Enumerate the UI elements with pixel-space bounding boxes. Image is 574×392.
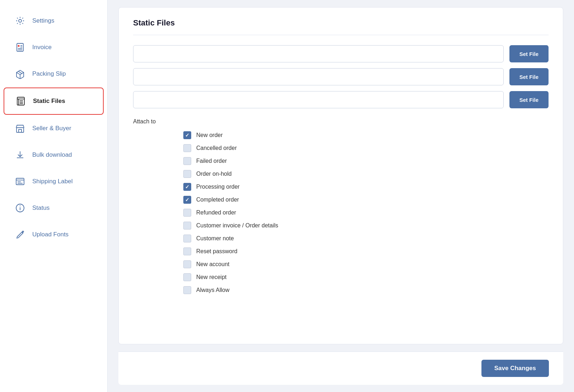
svg-rect-17 [16,178,24,185]
gear-icon [14,14,27,27]
checkbox-reset-password[interactable] [183,247,191,255]
sidebar-item-packing-slip[interactable]: Packing Slip [4,61,104,87]
checkbox-row-processing-order: Processing order [183,183,549,191]
file-input-3[interactable] [133,91,504,108]
svg-line-8 [18,71,22,74]
download-icon [14,148,27,161]
checkbox-label-failed-order: Failed order [196,158,227,164]
checkbox-row-customer-invoice: Customer invoice / Order details [183,222,549,230]
checkbox-row-new-order: New order [183,131,549,139]
checkbox-row-refunded-order: Refunded order [183,209,549,217]
sidebar-item-label-upload-fonts: Upload Fonts [32,231,69,238]
footer-bar: Save Changes [118,351,563,385]
checkbox-label-order-on-hold: Order on-hold [196,171,232,177]
set-file-button-1[interactable]: Set File [509,45,549,62]
checkbox-cancelled-order[interactable] [183,144,191,152]
sidebar-item-bulk-download[interactable]: Bulk download [4,142,104,168]
sidebar-item-label-seller-buyer: Seller & Buyer [32,125,71,132]
checkbox-label-new-receipt: New receipt [196,274,226,280]
checkbox-new-receipt[interactable] [183,273,191,281]
set-file-button-2[interactable]: Set File [509,68,549,85]
pen-icon [14,228,27,241]
checkbox-label-customer-note: Customer note [196,235,234,242]
checkbox-row-customer-note: Customer note [183,235,549,242]
sidebar-item-label-static-files: Static Files [33,98,65,105]
file-row-1: Set File [133,45,549,62]
file-input-1[interactable] [133,45,504,62]
sidebar-item-seller-buyer[interactable]: Seller & Buyer [4,115,104,141]
checkbox-processing-order[interactable] [183,183,191,191]
content-card: Static Files Set File Set File Set File … [118,7,563,344]
sidebar-item-label-settings: Settings [32,17,54,24]
checkbox-row-failed-order: Failed order [183,157,549,165]
checkbox-label-processing-order: Processing order [196,184,240,190]
checkbox-label-completed-order: Completed order [196,197,239,203]
sidebar-item-invoice[interactable]: Invoice [4,34,104,60]
file-input-2[interactable] [133,68,504,85]
checkbox-order-on-hold[interactable] [183,170,191,178]
sidebar-item-static-files[interactable]: Static Files [4,88,104,115]
checkbox-customer-invoice[interactable] [183,222,191,230]
svg-point-2 [18,45,20,47]
svg-rect-16 [19,129,22,132]
checkbox-label-refunded-order: Refunded order [196,209,236,216]
checkboxes-container: New orderCancelled orderFailed orderOrde… [133,131,549,294]
checkbox-row-order-on-hold: Order on-hold [183,170,549,178]
checkbox-label-new-account: New account [196,261,230,268]
sidebar-item-label-status: Status [32,204,50,212]
checkbox-completed-order[interactable] [183,196,191,204]
sidebar-item-label-shipping-label: Shipping Label [32,178,72,185]
info-icon [14,202,27,214]
checkbox-row-cancelled-order: Cancelled order [183,144,549,152]
checkbox-row-completed-order: Completed order [183,196,549,204]
checkbox-row-reset-password: Reset password [183,247,549,255]
svg-rect-15 [17,128,24,132]
checkbox-label-reset-password: Reset password [196,248,237,255]
sidebar-item-settings[interactable]: Settings [4,8,104,34]
checkbox-label-customer-invoice: Customer invoice / Order details [196,222,278,229]
svg-point-23 [20,206,20,206]
page-title: Static Files [133,18,549,35]
checkbox-new-order[interactable] [183,131,191,139]
main-content: Static Files Set File Set File Set File … [108,0,574,392]
sidebar-item-shipping-label[interactable]: Shipping Label [4,169,104,194]
checkbox-customer-note[interactable] [183,235,191,242]
checkbox-new-account[interactable] [183,260,191,268]
checkbox-failed-order[interactable] [183,157,191,165]
label-icon [14,175,27,188]
doc-icon [14,95,27,108]
save-changes-button[interactable]: Save Changes [481,360,549,377]
checkbox-refunded-order[interactable] [183,209,191,217]
box-icon [14,67,27,80]
sidebar-item-label-bulk-download: Bulk download [32,151,72,159]
store-icon [14,122,27,135]
sidebar-item-label-invoice: Invoice [32,44,52,51]
sidebar-item-label-packing-slip: Packing Slip [32,70,66,77]
sidebar-item-status[interactable]: Status [4,195,104,221]
file-row-3: Set File [133,91,549,108]
checkbox-label-cancelled-order: Cancelled order [196,145,237,151]
invoice-icon [14,41,27,54]
checkbox-row-always-allow: Always Allow [183,286,549,294]
checkbox-row-new-account: New account [183,260,549,268]
attach-to-label: Attach to [133,118,549,125]
file-row-2: Set File [133,68,549,85]
checkbox-always-allow[interactable] [183,286,191,294]
checkbox-label-always-allow: Always Allow [196,287,229,293]
sidebar: Settings Invoice Packing Slip [0,0,108,392]
sidebar-item-upload-fonts[interactable]: Upload Fonts [4,222,104,247]
attach-section: Attach to New orderCancelled orderFailed… [133,118,549,294]
checkbox-row-new-receipt: New receipt [183,273,549,281]
svg-point-0 [19,19,22,22]
checkbox-label-new-order: New order [196,132,223,138]
set-file-button-3[interactable]: Set File [509,91,549,108]
